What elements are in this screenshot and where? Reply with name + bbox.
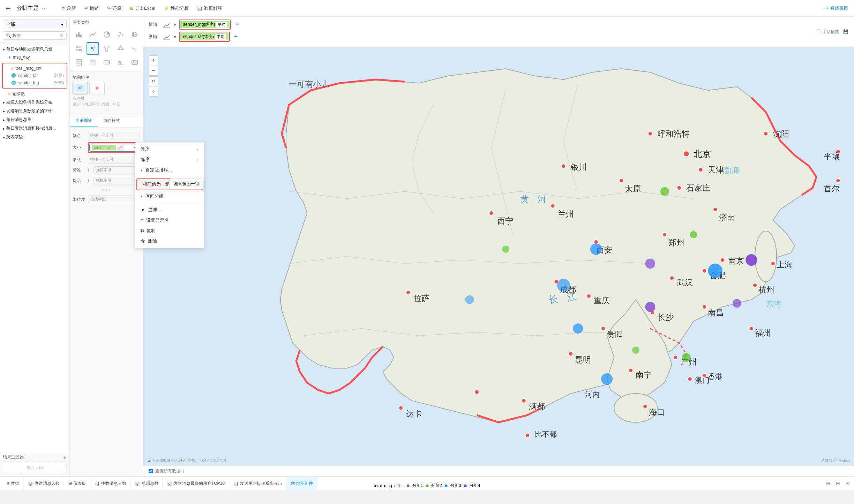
svg-rect-35 — [132, 60, 137, 64]
bottom-tab-map[interactable]: 🗺 地图组件 — [286, 476, 317, 490]
hint-label: 提示 — [73, 178, 85, 184]
layout-icon-2[interactable]: ⊟ — [834, 479, 841, 488]
section-top10[interactable]: ▸ 发送消息条数最多的10个... — [0, 107, 69, 115]
section-device[interactable]: ▸ 发送人设备操作系统分布 — [0, 98, 69, 107]
filter-label: 结果过滤器 — [3, 454, 24, 460]
menu-ascending[interactable]: 升序 › — [135, 144, 204, 154]
chart-bar[interactable] — [73, 28, 85, 41]
svg-point-56 — [764, 131, 768, 136]
size-value[interactable]: total_msg... 区 ▾ — [89, 144, 138, 152]
redo-button[interactable]: ↪ 还原 — [104, 4, 125, 13]
save-icon[interactable]: 💾 — [843, 29, 848, 34]
chart-word[interactable]: AaBb — [128, 42, 141, 55]
menu-copy[interactable]: ⧉ 复制 — [135, 226, 204, 236]
field-total-msg-cnt[interactable]: # total_msg_cnt — [3, 65, 67, 72]
export-excel-button[interactable]: ⊞ 导出Excel — [126, 4, 159, 13]
label-drop-zone[interactable]: 拖拽字段 — [93, 166, 140, 174]
tab-style[interactable]: 组件样式 — [98, 115, 126, 127]
menu-filter[interactable]: ▼ 过滤... — [135, 205, 204, 215]
search-bar[interactable]: 🔍 ⊕ — [3, 31, 67, 40]
view-all-label: 查看所有数据 — [155, 468, 180, 474]
bottom-tab-recv-count[interactable]: 📊 接收消息人数 — [90, 476, 131, 490]
field-sender-lat[interactable]: 🌐 sender_lat (纬度) — [3, 72, 67, 79]
chart-card[interactable]: 123 — [100, 56, 113, 69]
edit-icon: □ — [141, 218, 143, 223]
chart-radar[interactable] — [114, 42, 127, 55]
section-send-recv[interactable]: ▸ 每日发送消息和接收消息... — [0, 124, 69, 133]
performance-button[interactable]: ⚡ 性能分析 — [160, 4, 192, 13]
svg-point-125 — [590, 243, 602, 255]
manual-preview-checkbox[interactable] — [816, 29, 821, 34]
filter-icon[interactable]: ⊕ — [63, 455, 67, 460]
rotate-button[interactable]: ↺ — [149, 76, 158, 86]
chart-pivot[interactable] — [87, 56, 99, 69]
menu-custom-sort[interactable]: ● 自定义排序... — [135, 165, 204, 175]
menu-interval-group[interactable]: ● 区间分组 — [135, 191, 204, 201]
cursor-button[interactable]: ⊹ — [149, 87, 158, 97]
finegrain-drop-zone[interactable]: 拖拽字段 — [88, 196, 140, 203]
tab-label: 地图组件 — [296, 481, 313, 487]
y-axis-expand[interactable]: ▾ — [174, 34, 176, 40]
map-heat-btn[interactable] — [89, 82, 105, 94]
color-drop-zone[interactable]: 拖拽一个字段 — [88, 132, 140, 139]
bottom-tab-data[interactable]: ≡ 数据 — [3, 476, 24, 490]
chart-icon-4: 📊 — [167, 481, 172, 486]
sidebar-content: ▾ 每日各地区发送消息总量 T msg_day # total_msg_cnt … — [0, 43, 69, 452]
menu-label: 复制 — [147, 228, 156, 234]
chart-scatter[interactable] — [114, 28, 127, 41]
section-daily-total[interactable]: ▸ 每日消息总量 — [0, 115, 69, 124]
svg-point-101 — [569, 352, 573, 356]
chart-map-dot[interactable] — [87, 42, 99, 55]
y-add-icon[interactable]: + — [234, 33, 238, 40]
field-records[interactable]: # 记录数 — [0, 90, 69, 98]
field-msg-day[interactable]: T msg_day — [0, 54, 69, 61]
chart-heatmap[interactable] — [73, 42, 85, 55]
chart-image[interactable] — [128, 56, 141, 69]
chart-funnel[interactable] — [100, 42, 113, 55]
redo-icon: ↪ — [107, 6, 111, 11]
menu-delete[interactable]: 🗑 删除 — [135, 236, 204, 246]
tab-chart-props[interactable]: 图形属性 — [70, 115, 98, 127]
svg-point-63 — [648, 131, 652, 136]
svg-point-18 — [93, 49, 94, 51]
x-agg-label: 平均 — [216, 22, 227, 28]
svg-rect-24 — [76, 60, 82, 65]
view-all-checkbox[interactable] — [149, 469, 153, 473]
bottom-tab-os[interactable]: 📊 发送用户操作系统占比 — [229, 476, 286, 490]
refresh-button[interactable]: ↻ 刷新 — [58, 4, 80, 13]
bottom-tab-total[interactable]: 📊 总消息数 — [131, 476, 163, 490]
menu-descending[interactable]: 降序 › — [135, 154, 204, 165]
layout-icon-1[interactable]: ⊞ — [825, 479, 832, 488]
chart-pie[interactable] — [100, 28, 113, 41]
x-add-icon[interactable]: + — [235, 21, 239, 28]
dataset-selector[interactable]: 全部 ▾ — [3, 20, 67, 29]
search-input[interactable] — [13, 33, 59, 38]
chart-text[interactable]: A — [114, 56, 127, 69]
svg-point-85 — [670, 276, 674, 280]
chart-line[interactable] — [87, 28, 99, 41]
menu-set-display-name[interactable]: □ 设置显示名 — [135, 215, 204, 226]
section-cross[interactable]: ▸ 跨表字段 — [0, 133, 69, 142]
chart-icon-3: 📊 — [135, 481, 140, 486]
field-sender-lng[interactable]: 🌐 sender_lng (经度) — [3, 79, 67, 86]
section-title-daily[interactable]: ▾ 每日各地区发送消息总量 — [0, 45, 69, 54]
add-field-icon[interactable]: ⊕ — [60, 33, 63, 38]
hint-drop-zone[interactable]: 拖拽字段 — [93, 177, 140, 184]
zoom-out-button[interactable]: − — [149, 66, 158, 76]
x-axis-expand[interactable]: ▾ — [174, 22, 176, 28]
undo-button[interactable]: ↩ 撤销 — [81, 4, 102, 13]
back-icon[interactable]: ⬅ — [6, 5, 11, 12]
data-explain-button[interactable]: 📊 数据解释 — [194, 4, 226, 13]
map-dot-btn[interactable] — [73, 82, 88, 94]
more-icon[interactable]: ⋯ — [42, 5, 47, 12]
dot-icon: ● — [141, 168, 143, 172]
bottom-tab-send-count[interactable]: 📊 发送消息人数 — [24, 476, 64, 490]
lineview-button[interactable]: ⟶ 直线视图 — [822, 5, 848, 12]
chart-table[interactable] — [73, 56, 85, 69]
zoom-in-button[interactable]: + — [149, 55, 158, 65]
chart-geo[interactable] — [128, 28, 141, 41]
bottom-tab-dashboard[interactable]: ⊞ 仪表板 — [64, 476, 90, 490]
bottom-tab-top10[interactable]: 📊 发送消息最多的用户TOP10 — [163, 476, 229, 490]
layout-icon-3[interactable]: ⊠ — [844, 479, 851, 488]
shape-drop-zone[interactable]: 拖拽一个字段 — [88, 156, 140, 163]
